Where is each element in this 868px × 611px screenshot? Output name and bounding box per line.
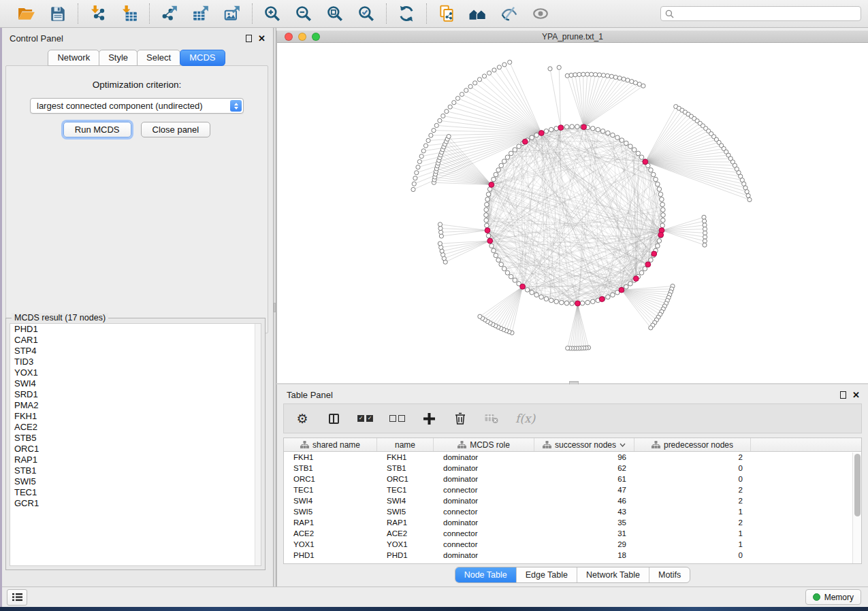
deselect-all-button[interactable] — [389, 410, 405, 427]
table-cell-shared_name[interactable]: TEC1 — [284, 484, 377, 495]
mcds-result-item[interactable]: SWI4 — [10, 378, 261, 389]
table-cell-successor_nodes[interactable]: 46 — [534, 495, 634, 506]
mcds-result-item[interactable]: ORC1 — [10, 444, 261, 455]
mcds-result-item[interactable]: ACE2 — [10, 422, 261, 433]
table-cell-successor_nodes[interactable]: 18 — [534, 550, 634, 561]
mcds-result-item[interactable]: STB5 — [10, 433, 261, 444]
tab-edge-table[interactable]: Edge Table — [516, 567, 577, 582]
zoom-in-button[interactable] — [261, 3, 283, 24]
mcds-result-item[interactable]: PMA2 — [10, 400, 261, 411]
table-row[interactable]: STB1STB1dominator620 — [284, 463, 861, 474]
table-cell-name[interactable]: RAP1 — [377, 517, 434, 528]
split-columns-button[interactable] — [326, 410, 341, 427]
zoom-selected-button[interactable] — [355, 3, 377, 24]
table-cell-name[interactable]: TEC1 — [377, 484, 434, 495]
table-cell-successor_nodes[interactable]: 43 — [534, 506, 634, 517]
table-cell-predecessor_nodes[interactable]: 1 — [634, 506, 751, 517]
column-header-successor_nodes[interactable]: successor nodes — [534, 438, 634, 451]
mcds-result-list[interactable]: PHD1CAR1STP4TID3YOX1SWI4SRD1PMA2FKH1ACE2… — [10, 323, 261, 566]
table-cell-shared_name[interactable]: ACE2 — [284, 528, 377, 539]
tab-mcds[interactable]: MCDS — [180, 50, 225, 66]
gear-button[interactable]: ⚙ — [295, 410, 310, 427]
close-panel-icon[interactable]: ✕ — [258, 34, 266, 43]
table-cell-predecessor_nodes[interactable]: 0 — [634, 474, 751, 484]
import-network-button[interactable] — [87, 3, 109, 24]
table-cell-predecessor_nodes[interactable]: 1 — [634, 539, 751, 550]
table-row[interactable]: FKH1FKH1dominator962 — [284, 452, 861, 463]
table-cell-mcds_role[interactable]: connector — [434, 506, 534, 517]
mcds-result-item[interactable]: STB1 — [10, 465, 261, 476]
first-neighbors-button[interactable] — [467, 3, 489, 24]
table-cell-predecessor_nodes[interactable]: 0 — [634, 463, 751, 474]
network-canvas[interactable] — [277, 43, 868, 383]
select-all-button[interactable]: ✓✓ — [357, 410, 373, 427]
close-table-panel-icon[interactable]: ✕ — [852, 391, 860, 399]
table-cell-shared_name[interactable]: RAP1 — [284, 517, 377, 528]
table-cell-predecessor_nodes[interactable]: 0 — [634, 550, 751, 561]
refresh-button[interactable] — [396, 3, 417, 24]
table-cell-successor_nodes[interactable]: 47 — [534, 484, 634, 495]
column-header-name[interactable]: name — [377, 438, 434, 451]
export-image-button[interactable] — [221, 3, 243, 24]
tab-select[interactable]: Select — [137, 50, 180, 66]
table-row[interactable]: TEC1TEC1connector472 — [284, 484, 861, 495]
table-cell-mcds_role[interactable]: dominator — [434, 550, 534, 561]
table-cell-name[interactable]: SWI5 — [377, 506, 434, 517]
table-cell-successor_nodes[interactable]: 62 — [534, 463, 634, 474]
column-header-shared_name[interactable]: shared name — [284, 438, 377, 451]
mcds-result-item[interactable]: SWI5 — [10, 476, 261, 487]
table-cell-shared_name[interactable]: SWI5 — [284, 506, 377, 517]
table-cell-predecessor_nodes[interactable]: 2 — [634, 517, 751, 528]
table-cell-name[interactable]: ACE2 — [377, 528, 434, 539]
mcds-result-item[interactable]: RAP1 — [10, 455, 261, 465]
table-cell-successor_nodes[interactable]: 29 — [534, 539, 634, 550]
mcds-result-item[interactable]: SRD1 — [10, 389, 261, 400]
table-cell-shared_name[interactable]: YOX1 — [284, 539, 377, 550]
table-cell-mcds_role[interactable]: connector — [434, 484, 534, 495]
tab-network[interactable]: Network — [48, 50, 99, 66]
mcds-result-item[interactable]: TEC1 — [10, 487, 261, 498]
table-cell-name[interactable]: SWI4 — [377, 495, 434, 506]
save-button[interactable] — [47, 3, 69, 24]
column-header-mcds_role[interactable]: MCDS role — [434, 438, 534, 451]
tab-network-table[interactable]: Network Table — [577, 567, 649, 582]
table-cell-name[interactable]: ORC1 — [377, 474, 434, 484]
table-row[interactable]: YOX1YOX1connector291 — [284, 539, 861, 550]
table-cell-name[interactable]: FKH1 — [377, 452, 434, 463]
table-scrollbar-thumb[interactable] — [854, 454, 861, 516]
table-cell-name[interactable]: YOX1 — [377, 539, 434, 550]
hide-selected-button[interactable] — [498, 3, 520, 24]
search-input[interactable] — [677, 9, 856, 18]
mcds-result-item[interactable]: FKH1 — [10, 411, 261, 422]
table-row[interactable]: ORC1ORC1dominator610 — [284, 474, 861, 484]
table-cell-successor_nodes[interactable]: 96 — [534, 452, 634, 463]
table-cell-predecessor_nodes[interactable]: 2 — [634, 452, 751, 463]
table-row[interactable]: SWI4SWI4dominator462 — [284, 495, 861, 506]
table-cell-mcds_role[interactable]: dominator — [434, 495, 534, 506]
delete-column-button[interactable] — [453, 410, 468, 427]
table-cell-predecessor_nodes[interactable]: 1 — [634, 528, 751, 539]
criterion-select[interactable]: largest connected component (undirected) — [30, 98, 244, 114]
zoom-out-button[interactable] — [293, 3, 315, 24]
show-all-button[interactable] — [530, 3, 551, 24]
export-network-button[interactable] — [159, 3, 180, 24]
mcds-result-item[interactable]: YOX1 — [10, 367, 261, 378]
table-cell-name[interactable]: PHD1 — [377, 550, 434, 561]
table-scrollbar[interactable] — [852, 452, 861, 563]
network-graph[interactable] — [277, 43, 868, 383]
table-cell-successor_nodes[interactable]: 35 — [534, 517, 634, 528]
table-cell-shared_name[interactable]: SWI4 — [284, 495, 377, 506]
zoom-fit-button[interactable] — [324, 3, 346, 24]
table-cell-mcds_role[interactable]: dominator — [434, 463, 534, 474]
mcds-result-item[interactable]: STP4 — [10, 346, 261, 357]
add-column-button[interactable] — [421, 410, 436, 427]
run-mcds-button[interactable]: Run MCDS — [63, 122, 131, 137]
table-cell-shared_name[interactable]: ORC1 — [284, 474, 377, 484]
table-cell-predecessor_nodes[interactable]: 2 — [634, 484, 751, 495]
table-cell-mcds_role[interactable]: connector — [434, 528, 534, 539]
table-cell-mcds_role[interactable]: dominator — [434, 517, 534, 528]
task-history-button[interactable] — [7, 589, 27, 606]
search-box[interactable] — [660, 6, 861, 21]
table-cell-shared_name[interactable]: STB1 — [284, 463, 377, 474]
mcds-result-item[interactable]: PHD1 — [10, 324, 261, 335]
